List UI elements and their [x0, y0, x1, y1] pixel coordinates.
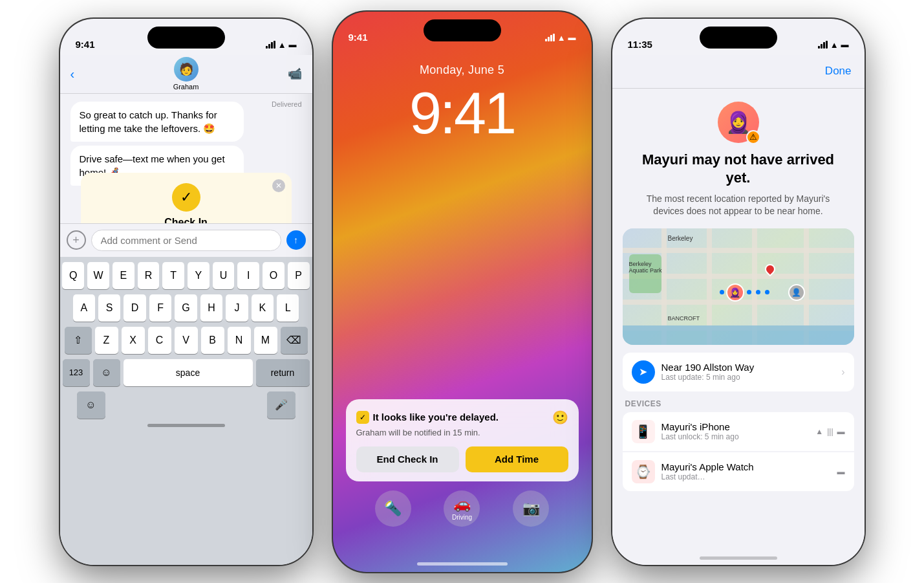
- location-arrow-icon: ➤: [632, 360, 655, 384]
- key-P[interactable]: P: [288, 262, 310, 289]
- route-dot-1: [720, 290, 724, 294]
- battery-icon-1: ▬: [289, 40, 297, 49]
- key-return[interactable]: return: [256, 359, 310, 386]
- key-numbers[interactable]: 123: [63, 359, 90, 386]
- key-J[interactable]: J: [226, 294, 248, 322]
- message-bubble-1: So great to catch up. Thanks for letting…: [70, 102, 244, 142]
- location-address: Near 190 Allston Way: [661, 362, 835, 373]
- mayuri-avatar-container: 🧕 ⚠: [612, 102, 865, 143]
- battery-watch-icon: ▬: [837, 467, 845, 476]
- map-person-pin: 🧕: [726, 283, 744, 302]
- phone1-messages: 9:41 ▲ ▬ ‹ 🧑 Graham 📹 Deli: [60, 19, 312, 565]
- location-update-time: Last update: 5 min ago: [661, 373, 835, 382]
- add-time-button[interactable]: Add Time: [466, 446, 568, 472]
- key-mic[interactable]: 🎤: [267, 391, 295, 419]
- key-H[interactable]: H: [200, 294, 222, 322]
- wifi-icon-2: ▲: [557, 33, 566, 43]
- key-I[interactable]: I: [237, 262, 259, 289]
- key-S[interactable]: S: [98, 294, 120, 322]
- route-dot-4: [747, 290, 751, 294]
- key-X[interactable]: X: [122, 327, 145, 354]
- dynamic-island-2: [424, 19, 501, 41]
- contact-header[interactable]: 🧑 Graham: [173, 57, 199, 91]
- key-C[interactable]: C: [148, 327, 171, 354]
- key-N[interactable]: N: [228, 327, 251, 354]
- wifi-icon-1: ▲: [278, 40, 286, 50]
- battery-status-icon: ▬: [837, 427, 845, 436]
- key-space[interactable]: space: [124, 359, 253, 386]
- wifi-status-icon: ▲: [815, 427, 823, 436]
- map-gray-avatar: 👤: [788, 284, 805, 301]
- key-D[interactable]: D: [124, 294, 145, 322]
- signal-icon-3: [818, 41, 828, 49]
- devices-section-label: DEVICES: [623, 399, 854, 408]
- home-indicator-3: [700, 556, 777, 560]
- key-A[interactable]: A: [73, 294, 95, 322]
- route-dot-5: [756, 290, 760, 294]
- key-F[interactable]: F: [149, 294, 171, 322]
- location-info-row[interactable]: ➤ Near 190 Allston Way Last update: 5 mi…: [623, 353, 854, 391]
- phone2-lockscreen: 9:41 ▲ ▬ Monday, June 5 9:41 ✓ It looks …: [333, 12, 592, 572]
- key-Y[interactable]: Y: [188, 262, 210, 289]
- map-water: [623, 325, 854, 345]
- key-V[interactable]: V: [175, 327, 198, 354]
- phone3-screen: 11:35 ▲ ▬ Done 🧕 ⚠: [612, 19, 865, 565]
- checkin-notification-card: ✓ It looks like you're delayed. 🙂 Graham…: [346, 399, 579, 481]
- key-shift[interactable]: ⇧: [65, 327, 92, 354]
- key-Q[interactable]: Q: [62, 262, 84, 289]
- key-L[interactable]: L: [277, 294, 299, 322]
- watch-status: ▬: [837, 467, 845, 476]
- send-button[interactable]: ↑: [286, 230, 306, 250]
- messages-navbar: ‹ 🧑 Graham 📹: [60, 55, 312, 94]
- lock-time: 9:41: [333, 80, 592, 147]
- iphone-status: ▲ ||| ▬: [815, 427, 844, 436]
- watch-info: Mayuri's Apple Watch Last updat…: [661, 461, 831, 481]
- checkin-close-button[interactable]: ✕: [272, 179, 285, 192]
- key-O[interactable]: O: [263, 262, 285, 289]
- iphone-time: Last unlock: 5 min ago: [661, 432, 810, 441]
- camera-icon: 📷: [522, 500, 540, 517]
- notification-emoji: 🙂: [552, 410, 568, 425]
- location-map[interactable]: Berkeley BerkeleyAquatic Park 🧕: [623, 228, 854, 345]
- device-row-iphone[interactable]: 📱 Mayuri's iPhone Last unlock: 5 min ago…: [623, 412, 854, 451]
- dynamic-island-1: [147, 27, 225, 49]
- key-M[interactable]: M: [254, 327, 277, 354]
- signal-icon-2: [545, 34, 555, 41]
- key-W[interactable]: W: [87, 262, 109, 289]
- notification-body: Graham will be notified in 15 min.: [356, 428, 568, 437]
- key-emoji-bottom[interactable]: ☺: [77, 391, 105, 419]
- key-B[interactable]: B: [201, 327, 224, 354]
- key-E[interactable]: E: [113, 262, 134, 289]
- key-R[interactable]: R: [138, 262, 160, 289]
- key-Z[interactable]: Z: [95, 327, 118, 354]
- key-T[interactable]: T: [162, 262, 184, 289]
- key-G[interactable]: G: [175, 294, 197, 322]
- message-input[interactable]: [91, 230, 281, 251]
- notification-actions: End Check In Add Time: [356, 446, 568, 472]
- driving-icon: 🚗: [453, 496, 471, 512]
- keyboard-row-1: Q W E R T Y U I O P: [63, 262, 310, 289]
- device-row-watch[interactable]: ⌚ Mayuri's Apple Watch Last updat… ▬: [623, 452, 854, 491]
- home-indicator-2: [417, 562, 508, 566]
- map-destination-pin: [765, 264, 775, 274]
- camera-button[interactable]: 📷: [513, 490, 549, 527]
- video-button[interactable]: 📹: [288, 67, 302, 81]
- signal-status-icon: |||: [827, 427, 833, 436]
- end-checkin-button[interactable]: End Check In: [356, 446, 459, 472]
- driving-button[interactable]: 🚗 Driving: [444, 490, 480, 527]
- done-button[interactable]: Done: [825, 65, 852, 78]
- flashlight-button[interactable]: 🔦: [375, 490, 411, 527]
- lock-bottom-icons: 🔦 🚗 Driving 📷: [333, 490, 592, 527]
- status-icons-1: ▲ ▬: [266, 40, 297, 50]
- attach-button[interactable]: +: [67, 230, 86, 250]
- battery-icon-3: ▬: [841, 40, 849, 49]
- back-button[interactable]: ‹: [70, 67, 75, 82]
- key-delete[interactable]: ⌫: [281, 327, 308, 354]
- wifi-icon-3: ▲: [830, 40, 839, 50]
- findmy-content: 🧕 ⚠ Mayuri may not have arrived yet. The…: [612, 89, 865, 565]
- phone3-findmy: 11:35 ▲ ▬ Done 🧕 ⚠: [612, 19, 865, 565]
- lock-date: Monday, June 5: [333, 63, 592, 77]
- key-U[interactable]: U: [213, 262, 235, 289]
- key-K[interactable]: K: [252, 294, 274, 322]
- key-emoji[interactable]: ☺: [93, 359, 120, 386]
